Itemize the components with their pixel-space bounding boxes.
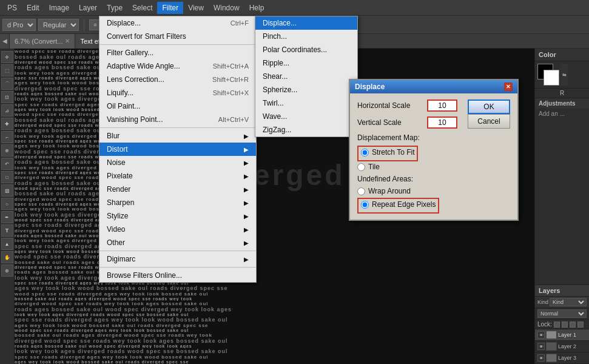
dialog-body: Horizontal Scale Vertical Scale Displace… [350,93,517,220]
distort-ripple[interactable]: Ripple... [255,56,357,70]
history-tool[interactable]: ↶ [1,158,13,170]
lock-all-btn[interactable] [577,322,584,328]
menu-filter[interactable]: Filter [157,2,183,14]
stretch-to-fit-highlight: Stretch To Fit [357,146,418,161]
filter-menu-sharpen[interactable]: Sharpen ▶ [99,196,256,209]
menu-view[interactable]: View [183,2,209,14]
filter-menu-displace-top[interactable]: Displace... Ctrl+F [99,16,256,30]
background-color[interactable] [544,70,559,86]
switch-colors-icon[interactable]: ⇆ [562,72,567,78]
stretch-to-fit-radio[interactable] [361,149,369,157]
shape-tool[interactable]: ▲ [1,238,13,250]
layers-mode-select[interactable]: Normal [537,309,587,318]
filter-menu-digimarc[interactable]: Digimarc ▶ [99,252,256,266]
filter-menu-gallery[interactable]: Filter Gallery... [99,46,256,59]
heal-tool[interactable]: ✚ [1,118,13,130]
dialog-ok-btn[interactable]: OK [468,99,510,114]
filter-video-arrow: ▶ [244,226,249,233]
layer-item-3[interactable]: 👁 Layer 3 [535,352,589,364]
eraser-tool[interactable]: □ [1,171,13,183]
tab-scroll-left[interactable]: ◀ [0,34,10,49]
dodge-tool[interactable]: ○ [1,198,13,210]
crop-tool[interactable]: ⊡ [1,91,13,103]
color-swatches: ⇆ [535,61,589,88]
filter-menu-lens[interactable]: Lens Correction... Shift+Ctrl+R [99,73,256,86]
eyedropper-tool[interactable]: ⊿ [1,104,13,116]
layers-kind-select[interactable]: Kind [550,298,587,306]
distort-spherize[interactable]: Spherize... [255,83,357,96]
distort-pinch[interactable]: Pinch... [255,30,357,43]
distort-twirl[interactable]: Twirl... [255,96,357,110]
filter-lens-label: Lens Correction... [107,75,164,84]
vertical-scale-input[interactable] [427,116,457,129]
filter-render-label: Render [107,185,130,194]
tab-close-convert[interactable]: ✕ [65,38,70,44]
repeat-edge-highlight: Repeat Edge Pixels [357,198,439,214]
dialog-right-buttons: OK Cancel [468,99,510,214]
text-tool[interactable]: T [1,224,13,237]
lock-position-btn[interactable] [570,322,576,328]
distort-displace[interactable]: Displace... [255,16,357,30]
menu-help[interactable]: Help [244,2,269,14]
lock-image-btn[interactable] [562,322,568,328]
distort-shear[interactable]: Shear... [255,70,357,83]
layer-eye-1[interactable]: 👁 [537,331,545,339]
select-tool[interactable]: ⬚ [1,64,13,76]
layer-item-1[interactable]: 👁 Layer 1 [535,329,589,341]
gradient-tool[interactable]: ▨ [1,184,13,197]
filter-menu-adaptive[interactable]: Adaptive Wide Angle... Shift+Ctrl+A [99,59,256,73]
move-tool[interactable]: ✛ [1,51,13,63]
filter-menu-pixelate[interactable]: Pixelate ▶ [99,169,256,183]
menu-edit[interactable]: Edit [22,2,44,14]
filter-menu-video[interactable]: Video ▶ [99,223,256,236]
hand-tool[interactable]: ✋ [1,251,13,263]
separator-3 [99,251,256,251]
vertical-scale-row: Vertical Scale [357,116,462,129]
tool-preset-select[interactable]: d Pro [2,19,36,31]
dialog-cancel-btn[interactable]: Cancel [468,114,510,129]
layer-item-2[interactable]: 👁 Layer 2 [535,341,589,352]
filter-oilpaint-label: Oil Paint... [107,102,140,110]
pen-tool[interactable]: ✒ [1,211,13,223]
layer-name-3: Layer 3 [558,355,576,361]
menu-layer[interactable]: Layer [74,2,102,14]
filter-menu-browse[interactable]: Browse Filters Online... [99,269,256,282]
tab-convert[interactable]: 6.7% (Convert... ✕ [10,34,75,49]
stamp-tool[interactable]: ⊕ [1,144,13,157]
filter-menu-smart-filters[interactable]: Convert for Smart Filters [99,30,256,43]
brush-tool[interactable]: ⌐ [1,131,13,143]
filter-menu-oilpaint[interactable]: Oil Paint... [99,99,256,113]
lasso-tool[interactable]: ⌒ [1,78,13,90]
wrap-around-radio[interactable] [357,187,365,195]
menu-ps[interactable]: PS [2,2,22,14]
filter-menu-vanishing[interactable]: Vanishing Point... Alt+Ctrl+V [99,113,256,126]
filter-menu-render[interactable]: Render ▶ [99,183,256,196]
distort-zigzag-label: ZigZag... [263,126,291,134]
filter-menu-distort[interactable]: Distort ▶ [99,143,256,156]
filter-menu-noise[interactable]: Noise ▶ [99,156,256,169]
menu-type[interactable]: Type [102,2,127,14]
filter-menu-liquify[interactable]: Liquify... Shift+Ctrl+X [99,86,256,99]
font-style-select[interactable]: Regular [38,19,79,31]
filter-render-arrow: ▶ [244,186,249,193]
distort-wave[interactable]: Wave... [255,110,357,123]
menu-window[interactable]: Window [209,2,244,14]
displacement-map-title: Displacement Map: [357,133,462,142]
filter-menu-other[interactable]: Other ▶ [99,236,256,249]
tile-radio[interactable] [357,163,365,171]
distort-zigzag[interactable]: ZigZag... [255,123,357,136]
distort-polar[interactable]: Polar Coordinates... [255,43,357,56]
layer-eye-3[interactable]: 👁 [537,354,545,362]
repeat-edge-radio[interactable] [361,201,369,209]
menu-select[interactable]: Select [127,2,157,14]
filter-menu-blur[interactable]: Blur ▶ [99,129,256,143]
distort-spherize-label: Spherize... [263,86,297,94]
zoom-tool[interactable]: ⊕ [1,265,13,277]
menu-image[interactable]: Image [44,2,74,14]
layer-eye-2[interactable]: 👁 [537,343,545,350]
horizontal-scale-input[interactable] [427,99,457,112]
adjustments-subtitle: Add an ... [535,109,589,119]
dialog-close-btn[interactable]: ✕ [504,83,513,91]
lock-transparent-btn[interactable] [554,322,560,328]
filter-menu-stylize[interactable]: Stylize ▶ [99,209,256,223]
